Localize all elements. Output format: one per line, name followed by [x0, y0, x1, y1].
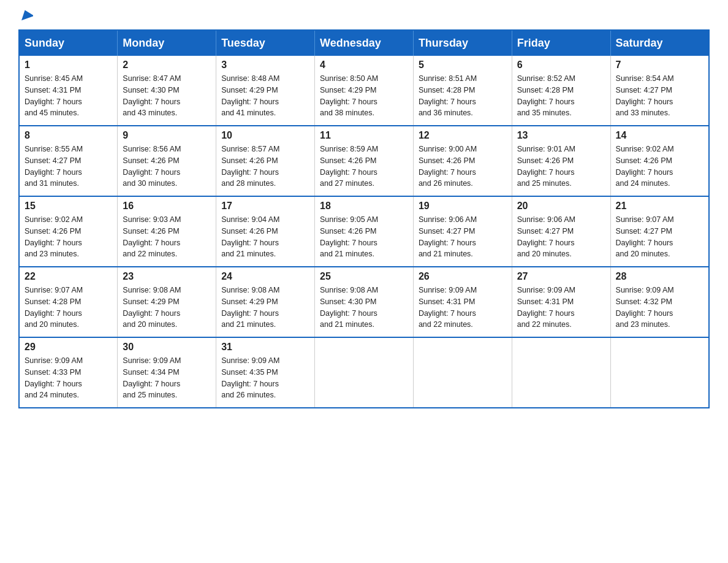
day-number: 9	[123, 130, 211, 141]
day-info: Sunrise: 9:09 AM Sunset: 4:32 PM Dayligh…	[616, 285, 703, 331]
weekday-header-thursday: Thursday	[413, 30, 512, 56]
day-info: Sunrise: 9:02 AM Sunset: 4:26 PM Dayligh…	[616, 144, 703, 190]
day-info: Sunrise: 9:07 AM Sunset: 4:28 PM Dayligh…	[25, 285, 112, 331]
day-info: Sunrise: 9:09 AM Sunset: 4:31 PM Dayligh…	[419, 285, 507, 331]
day-number: 17	[221, 201, 309, 212]
day-number: 22	[25, 271, 112, 282]
calendar-cell	[610, 337, 709, 408]
weekday-header-sunday: Sunday	[19, 30, 118, 56]
calendar-cell: 2 Sunrise: 8:47 AM Sunset: 4:30 PM Dayli…	[118, 56, 216, 126]
day-number: 5	[419, 59, 507, 71]
calendar-week-row: 22 Sunrise: 9:07 AM Sunset: 4:28 PM Dayl…	[19, 267, 709, 337]
day-info: Sunrise: 9:02 AM Sunset: 4:26 PM Dayligh…	[25, 214, 112, 260]
day-info: Sunrise: 9:03 AM Sunset: 4:26 PM Dayligh…	[123, 214, 211, 260]
day-number: 26	[419, 271, 507, 282]
day-info: Sunrise: 8:54 AM Sunset: 4:27 PM Dayligh…	[616, 73, 703, 119]
day-info: Sunrise: 9:09 AM Sunset: 4:31 PM Dayligh…	[517, 285, 605, 331]
day-info: Sunrise: 9:08 AM Sunset: 4:29 PM Dayligh…	[221, 285, 309, 331]
calendar-cell: 28 Sunrise: 9:09 AM Sunset: 4:32 PM Dayl…	[610, 267, 709, 337]
weekday-header-wednesday: Wednesday	[315, 30, 414, 56]
day-number: 8	[25, 130, 112, 141]
day-number: 29	[25, 342, 112, 353]
calendar-cell: 31 Sunrise: 9:09 AM Sunset: 4:35 PM Dayl…	[216, 337, 315, 408]
day-info: Sunrise: 9:08 AM Sunset: 4:30 PM Dayligh…	[320, 285, 408, 331]
day-number: 21	[616, 201, 703, 212]
calendar-cell: 14 Sunrise: 9:02 AM Sunset: 4:26 PM Dayl…	[610, 126, 709, 196]
calendar-cell: 27 Sunrise: 9:09 AM Sunset: 4:31 PM Dayl…	[512, 267, 610, 337]
day-info: Sunrise: 8:55 AM Sunset: 4:27 PM Dayligh…	[25, 144, 112, 190]
day-number: 3	[221, 59, 309, 71]
calendar-cell: 3 Sunrise: 8:48 AM Sunset: 4:29 PM Dayli…	[216, 56, 315, 126]
day-info: Sunrise: 8:52 AM Sunset: 4:28 PM Dayligh…	[517, 73, 605, 119]
calendar-week-row: 8 Sunrise: 8:55 AM Sunset: 4:27 PM Dayli…	[19, 126, 709, 196]
calendar-cell: 17 Sunrise: 9:04 AM Sunset: 4:26 PM Dayl…	[216, 196, 315, 267]
weekday-header-tuesday: Tuesday	[216, 30, 315, 56]
calendar-cell: 29 Sunrise: 9:09 AM Sunset: 4:33 PM Dayl…	[19, 337, 118, 408]
day-info: Sunrise: 9:09 AM Sunset: 4:34 PM Dayligh…	[123, 355, 211, 401]
day-number: 24	[221, 271, 309, 282]
weekday-header-saturday: Saturday	[610, 30, 709, 56]
day-number: 2	[123, 59, 211, 71]
calendar-cell	[413, 337, 512, 408]
page-header	[18, 12, 710, 17]
day-info: Sunrise: 9:09 AM Sunset: 4:35 PM Dayligh…	[221, 355, 309, 401]
day-number: 25	[320, 271, 408, 282]
day-info: Sunrise: 9:09 AM Sunset: 4:33 PM Dayligh…	[25, 355, 112, 401]
day-info: Sunrise: 9:06 AM Sunset: 4:27 PM Dayligh…	[517, 214, 605, 260]
day-number: 11	[320, 130, 408, 141]
weekday-header-friday: Friday	[512, 30, 610, 56]
svg-marker-0	[20, 8, 33, 21]
day-info: Sunrise: 8:47 AM Sunset: 4:30 PM Dayligh…	[123, 73, 211, 119]
day-info: Sunrise: 8:48 AM Sunset: 4:29 PM Dayligh…	[221, 73, 309, 119]
calendar-cell: 18 Sunrise: 9:05 AM Sunset: 4:26 PM Dayl…	[315, 196, 414, 267]
calendar-cell	[512, 337, 610, 408]
day-info: Sunrise: 9:05 AM Sunset: 4:26 PM Dayligh…	[320, 214, 408, 260]
day-number: 27	[517, 271, 605, 282]
calendar-cell: 22 Sunrise: 9:07 AM Sunset: 4:28 PM Dayl…	[19, 267, 118, 337]
day-info: Sunrise: 9:07 AM Sunset: 4:27 PM Dayligh…	[616, 214, 703, 260]
calendar-cell: 9 Sunrise: 8:56 AM Sunset: 4:26 PM Dayli…	[118, 126, 216, 196]
day-number: 20	[517, 201, 605, 212]
day-info: Sunrise: 8:57 AM Sunset: 4:26 PM Dayligh…	[221, 144, 309, 190]
calendar-cell: 12 Sunrise: 9:00 AM Sunset: 4:26 PM Dayl…	[413, 126, 512, 196]
day-info: Sunrise: 8:59 AM Sunset: 4:26 PM Dayligh…	[320, 144, 408, 190]
calendar-cell: 26 Sunrise: 9:09 AM Sunset: 4:31 PM Dayl…	[413, 267, 512, 337]
calendar-cell: 1 Sunrise: 8:45 AM Sunset: 4:31 PM Dayli…	[19, 56, 118, 126]
day-number: 18	[320, 201, 408, 212]
calendar-week-row: 29 Sunrise: 9:09 AM Sunset: 4:33 PM Dayl…	[19, 337, 709, 408]
calendar-cell: 5 Sunrise: 8:51 AM Sunset: 4:28 PM Dayli…	[413, 56, 512, 126]
logo	[18, 12, 33, 17]
day-number: 31	[221, 342, 309, 353]
day-info: Sunrise: 9:08 AM Sunset: 4:29 PM Dayligh…	[123, 285, 211, 331]
day-info: Sunrise: 8:50 AM Sunset: 4:29 PM Dayligh…	[320, 73, 408, 119]
calendar-cell: 16 Sunrise: 9:03 AM Sunset: 4:26 PM Dayl…	[118, 196, 216, 267]
day-number: 19	[419, 201, 507, 212]
calendar-cell: 21 Sunrise: 9:07 AM Sunset: 4:27 PM Dayl…	[610, 196, 709, 267]
day-number: 12	[419, 130, 507, 141]
day-number: 14	[616, 130, 703, 141]
day-number: 16	[123, 201, 211, 212]
calendar-header-row: SundayMondayTuesdayWednesdayThursdayFrid…	[19, 30, 709, 56]
calendar-cell: 23 Sunrise: 9:08 AM Sunset: 4:29 PM Dayl…	[118, 267, 216, 337]
calendar-cell: 6 Sunrise: 8:52 AM Sunset: 4:28 PM Dayli…	[512, 56, 610, 126]
day-number: 13	[517, 130, 605, 141]
calendar-cell: 8 Sunrise: 8:55 AM Sunset: 4:27 PM Dayli…	[19, 126, 118, 196]
day-number: 6	[517, 59, 605, 71]
calendar-cell: 20 Sunrise: 9:06 AM Sunset: 4:27 PM Dayl…	[512, 196, 610, 267]
calendar-cell: 7 Sunrise: 8:54 AM Sunset: 4:27 PM Dayli…	[610, 56, 709, 126]
calendar-cell: 10 Sunrise: 8:57 AM Sunset: 4:26 PM Dayl…	[216, 126, 315, 196]
day-info: Sunrise: 8:51 AM Sunset: 4:28 PM Dayligh…	[419, 73, 507, 119]
day-number: 23	[123, 271, 211, 282]
logo-arrow-icon	[20, 7, 33, 21]
calendar-cell	[315, 337, 414, 408]
day-info: Sunrise: 8:56 AM Sunset: 4:26 PM Dayligh…	[123, 144, 211, 190]
day-info: Sunrise: 9:04 AM Sunset: 4:26 PM Dayligh…	[221, 214, 309, 260]
calendar-week-row: 1 Sunrise: 8:45 AM Sunset: 4:31 PM Dayli…	[19, 56, 709, 126]
day-number: 1	[25, 59, 112, 71]
day-number: 10	[221, 130, 309, 141]
calendar-cell: 19 Sunrise: 9:06 AM Sunset: 4:27 PM Dayl…	[413, 196, 512, 267]
day-number: 15	[25, 201, 112, 212]
calendar-cell: 30 Sunrise: 9:09 AM Sunset: 4:34 PM Dayl…	[118, 337, 216, 408]
weekday-header-monday: Monday	[118, 30, 216, 56]
calendar-cell: 13 Sunrise: 9:01 AM Sunset: 4:26 PM Dayl…	[512, 126, 610, 196]
